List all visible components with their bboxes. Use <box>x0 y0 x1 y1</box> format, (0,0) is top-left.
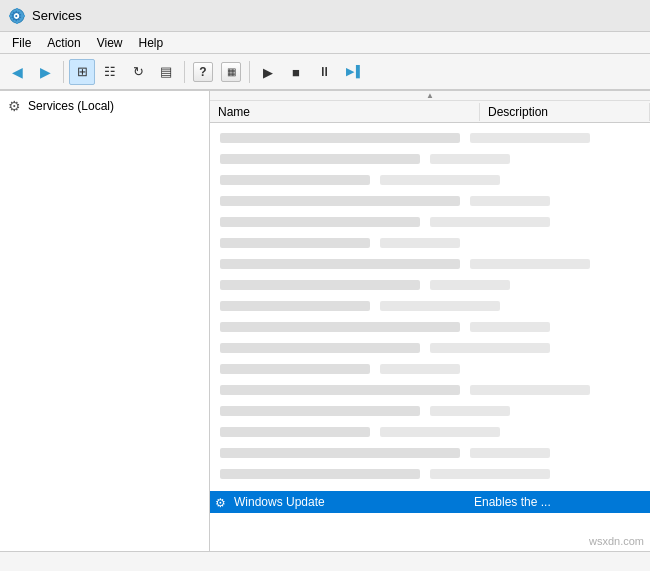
list-item[interactable] <box>210 338 650 358</box>
services-title-icon: ⚙ <box>8 7 26 25</box>
svg-text:⚙: ⚙ <box>8 98 21 114</box>
toolbar-sep-1 <box>63 61 64 83</box>
play-icon <box>263 64 273 80</box>
left-panel-header: ⚙ Services (Local) <box>4 95 205 117</box>
list-item[interactable] <box>210 401 650 421</box>
toolbar: ◀ ▶ ⊞ ☷ ↻ ▤ ? ▦ ⏸ ▶▐ <box>0 54 650 90</box>
menu-bar: File Action View Help <box>0 32 650 54</box>
help-button[interactable]: ? <box>190 59 216 85</box>
menu-help[interactable]: Help <box>131 34 172 52</box>
list-item[interactable] <box>210 317 650 337</box>
back-button[interactable]: ◀ <box>4 59 30 85</box>
list-item[interactable] <box>210 212 650 232</box>
menu-action[interactable]: Action <box>39 34 88 52</box>
windows-update-service-icon: ⚙ <box>214 494 230 510</box>
properties-button[interactable]: ▦ <box>218 59 244 85</box>
list-item[interactable] <box>210 422 650 442</box>
view-large-button[interactable]: ⊞ <box>69 59 95 85</box>
gear-icon: ⚙ <box>8 98 24 114</box>
watermark: wsxdn.com <box>589 535 644 547</box>
left-panel: ⚙ Services (Local) <box>0 91 210 551</box>
svg-text:⚙: ⚙ <box>215 496 226 510</box>
play-button[interactable] <box>255 59 281 85</box>
right-panel: ▲ Name Description <box>210 91 650 551</box>
windows-update-name: Windows Update <box>234 495 474 509</box>
refresh-button[interactable]: ↻ <box>125 59 151 85</box>
list-item[interactable] <box>210 233 650 253</box>
menu-file[interactable]: File <box>4 34 39 52</box>
pause-button[interactable]: ⏸ <box>311 59 337 85</box>
stop-button[interactable] <box>283 59 309 85</box>
toolbar-sep-3 <box>249 61 250 83</box>
list-item[interactable] <box>210 254 650 274</box>
list-item[interactable] <box>210 464 650 484</box>
column-headers: Name Description <box>210 101 650 123</box>
title-bar: ⚙ Services <box>0 0 650 32</box>
blurred-rows <box>210 123 650 489</box>
main-area: ⚙ Services (Local) ▲ Name Description <box>0 90 650 551</box>
view-detail-button[interactable]: ▤ <box>153 59 179 85</box>
list-item[interactable] <box>210 170 650 190</box>
col-header-description[interactable]: Description <box>480 103 650 121</box>
windows-update-row[interactable]: ⚙ Windows Update Enables the ... <box>210 491 650 513</box>
list-item[interactable] <box>210 443 650 463</box>
col-header-name[interactable]: Name <box>210 103 480 121</box>
restart-button[interactable]: ▶▐ <box>339 59 365 85</box>
list-item[interactable] <box>210 296 650 316</box>
view-list-button[interactable]: ☷ <box>97 59 123 85</box>
service-list[interactable]: ⚙ Windows Update Enables the ... <box>210 123 650 551</box>
list-item[interactable] <box>210 149 650 169</box>
menu-view[interactable]: View <box>89 34 131 52</box>
scroll-top-indicator: ▲ <box>210 91 650 101</box>
list-item[interactable] <box>210 359 650 379</box>
list-item[interactable] <box>210 275 650 295</box>
title-bar-text: Services <box>32 8 82 23</box>
svg-text:⚙: ⚙ <box>10 8 23 24</box>
stop-icon <box>292 64 300 80</box>
windows-update-description: Enables the ... <box>474 495 646 509</box>
forward-button[interactable]: ▶ <box>32 59 58 85</box>
list-item[interactable] <box>210 380 650 400</box>
toolbar-sep-2 <box>184 61 185 83</box>
list-item[interactable] <box>210 191 650 211</box>
status-bar <box>0 551 650 571</box>
left-panel-label: Services (Local) <box>28 99 114 113</box>
list-item[interactable] <box>210 128 650 148</box>
